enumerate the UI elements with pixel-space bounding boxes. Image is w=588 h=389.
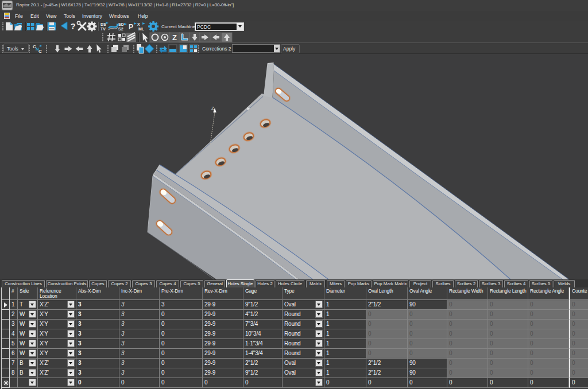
svg-text:TV: TV [100,27,106,31]
svg-text:ML: ML [138,27,145,31]
svg-text:SD: SD [118,22,124,26]
svg-text:X: X [137,22,140,26]
svg-text:DS: DS [100,22,106,26]
svg-text:Z: Z [211,106,214,111]
svg-text:S2: S2 [118,27,123,31]
svg-text:P: P [129,23,133,31]
svg-text:Z: Z [172,33,177,42]
svg-text:?: ? [70,21,75,31]
svg-text:C: C [38,49,42,54]
